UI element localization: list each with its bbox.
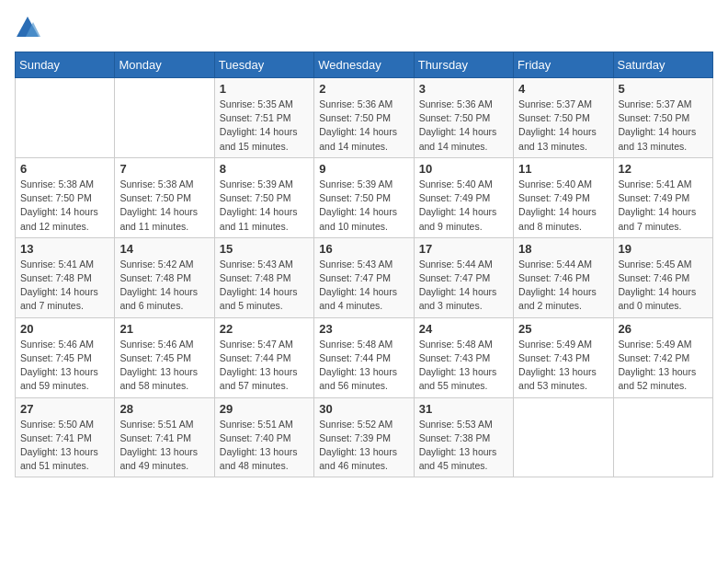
day-info: Sunrise: 5:40 AM Sunset: 7:49 PM Dayligh… (518, 178, 608, 234)
day-info: Sunrise: 5:37 AM Sunset: 7:50 PM Dayligh… (518, 98, 608, 154)
day-info: Sunrise: 5:44 AM Sunset: 7:46 PM Dayligh… (518, 258, 608, 314)
day-number: 5 (619, 82, 708, 96)
calendar-cell (514, 397, 613, 477)
day-number: 30 (319, 402, 408, 416)
day-number: 6 (20, 162, 109, 176)
day-info: Sunrise: 5:37 AM Sunset: 7:50 PM Dayligh… (619, 98, 708, 154)
calendar-cell (115, 78, 214, 158)
calendar-cell: 27Sunrise: 5:50 AM Sunset: 7:41 PM Dayli… (16, 397, 115, 477)
calendar-cell: 10Sunrise: 5:40 AM Sunset: 7:49 PM Dayli… (414, 157, 513, 237)
day-number: 31 (419, 402, 508, 416)
logo (15, 15, 44, 40)
calendar-cell: 16Sunrise: 5:43 AM Sunset: 7:47 PM Dayli… (314, 237, 414, 317)
day-number: 16 (319, 242, 408, 256)
day-info: Sunrise: 5:35 AM Sunset: 7:51 PM Dayligh… (220, 98, 309, 154)
day-number: 15 (220, 242, 309, 256)
day-info: Sunrise: 5:39 AM Sunset: 7:50 PM Dayligh… (220, 178, 309, 234)
day-info: Sunrise: 5:36 AM Sunset: 7:50 PM Dayligh… (419, 98, 508, 154)
day-info: Sunrise: 5:42 AM Sunset: 7:48 PM Dayligh… (119, 258, 209, 314)
day-info: Sunrise: 5:47 AM Sunset: 7:44 PM Dayligh… (220, 338, 309, 394)
calendar-cell: 29Sunrise: 5:51 AM Sunset: 7:40 PM Dayli… (214, 397, 313, 477)
calendar-cell: 12Sunrise: 5:41 AM Sunset: 7:49 PM Dayli… (613, 157, 712, 237)
day-number: 24 (419, 322, 508, 336)
week-row-3: 13Sunrise: 5:41 AM Sunset: 7:48 PM Dayli… (16, 237, 713, 317)
week-row-2: 6Sunrise: 5:38 AM Sunset: 7:50 PM Daylig… (16, 157, 713, 237)
day-info: Sunrise: 5:41 AM Sunset: 7:49 PM Dayligh… (619, 178, 708, 234)
day-info: Sunrise: 5:52 AM Sunset: 7:39 PM Dayligh… (319, 418, 408, 474)
day-number: 1 (220, 82, 309, 96)
day-number: 3 (419, 82, 508, 96)
day-info: Sunrise: 5:38 AM Sunset: 7:50 PM Dayligh… (20, 178, 109, 234)
day-header-monday: Monday (115, 52, 214, 78)
calendar-table: SundayMondayTuesdayWednesdayThursdayFrid… (15, 52, 713, 477)
calendar-cell: 26Sunrise: 5:49 AM Sunset: 7:42 PM Dayli… (613, 317, 712, 397)
day-info: Sunrise: 5:53 AM Sunset: 7:38 PM Dayligh… (419, 418, 508, 474)
day-info: Sunrise: 5:40 AM Sunset: 7:49 PM Dayligh… (419, 178, 508, 234)
calendar-cell: 3Sunrise: 5:36 AM Sunset: 7:50 PM Daylig… (414, 78, 513, 158)
day-number: 9 (319, 162, 408, 176)
day-info: Sunrise: 5:43 AM Sunset: 7:47 PM Dayligh… (319, 258, 408, 314)
page-header (15, 15, 713, 40)
calendar-cell: 19Sunrise: 5:45 AM Sunset: 7:46 PM Dayli… (613, 237, 712, 317)
calendar-cell: 2Sunrise: 5:36 AM Sunset: 7:50 PM Daylig… (314, 78, 414, 158)
day-number: 2 (319, 82, 408, 96)
day-info: Sunrise: 5:44 AM Sunset: 7:47 PM Dayligh… (419, 258, 508, 314)
day-number: 14 (119, 242, 209, 256)
day-header-sunday: Sunday (16, 52, 115, 78)
calendar-cell: 15Sunrise: 5:43 AM Sunset: 7:48 PM Dayli… (214, 237, 313, 317)
day-info: Sunrise: 5:49 AM Sunset: 7:42 PM Dayligh… (619, 338, 708, 394)
calendar-cell: 24Sunrise: 5:48 AM Sunset: 7:43 PM Dayli… (414, 317, 513, 397)
day-number: 17 (419, 242, 508, 256)
day-header-tuesday: Tuesday (214, 52, 313, 78)
day-number: 7 (119, 162, 209, 176)
week-row-1: 1Sunrise: 5:35 AM Sunset: 7:51 PM Daylig… (16, 78, 713, 158)
day-header-thursday: Thursday (414, 52, 513, 78)
day-number: 28 (119, 402, 209, 416)
day-number: 13 (20, 242, 109, 256)
day-number: 4 (518, 82, 608, 96)
day-number: 22 (220, 322, 309, 336)
calendar-cell: 1Sunrise: 5:35 AM Sunset: 7:51 PM Daylig… (214, 78, 313, 158)
calendar-cell: 17Sunrise: 5:44 AM Sunset: 7:47 PM Dayli… (414, 237, 513, 317)
calendar-header-row: SundayMondayTuesdayWednesdayThursdayFrid… (16, 52, 713, 78)
day-number: 27 (20, 402, 109, 416)
calendar-cell: 20Sunrise: 5:46 AM Sunset: 7:45 PM Dayli… (16, 317, 115, 397)
day-info: Sunrise: 5:51 AM Sunset: 7:41 PM Dayligh… (119, 418, 209, 474)
calendar-cell: 28Sunrise: 5:51 AM Sunset: 7:41 PM Dayli… (115, 397, 214, 477)
day-number: 25 (518, 322, 608, 336)
calendar-cell: 22Sunrise: 5:47 AM Sunset: 7:44 PM Dayli… (214, 317, 313, 397)
week-row-5: 27Sunrise: 5:50 AM Sunset: 7:41 PM Dayli… (16, 397, 713, 477)
day-info: Sunrise: 5:49 AM Sunset: 7:43 PM Dayligh… (518, 338, 608, 394)
day-info: Sunrise: 5:48 AM Sunset: 7:44 PM Dayligh… (319, 338, 408, 394)
day-number: 10 (419, 162, 508, 176)
day-info: Sunrise: 5:43 AM Sunset: 7:48 PM Dayligh… (220, 258, 309, 314)
day-info: Sunrise: 5:38 AM Sunset: 7:50 PM Dayligh… (119, 178, 209, 234)
day-number: 18 (518, 242, 608, 256)
day-number: 29 (220, 402, 309, 416)
calendar-cell: 6Sunrise: 5:38 AM Sunset: 7:50 PM Daylig… (16, 157, 115, 237)
day-number: 21 (119, 322, 209, 336)
calendar-cell (613, 397, 712, 477)
calendar-cell: 4Sunrise: 5:37 AM Sunset: 7:50 PM Daylig… (514, 78, 613, 158)
calendar-cell: 18Sunrise: 5:44 AM Sunset: 7:46 PM Dayli… (514, 237, 613, 317)
day-header-saturday: Saturday (613, 52, 712, 78)
calendar-cell: 9Sunrise: 5:39 AM Sunset: 7:50 PM Daylig… (314, 157, 414, 237)
day-info: Sunrise: 5:46 AM Sunset: 7:45 PM Dayligh… (119, 338, 209, 394)
day-number: 11 (518, 162, 608, 176)
calendar-cell: 11Sunrise: 5:40 AM Sunset: 7:49 PM Dayli… (514, 157, 613, 237)
calendar-cell: 31Sunrise: 5:53 AM Sunset: 7:38 PM Dayli… (414, 397, 513, 477)
day-info: Sunrise: 5:50 AM Sunset: 7:41 PM Dayligh… (20, 418, 109, 474)
day-number: 19 (619, 242, 708, 256)
day-info: Sunrise: 5:39 AM Sunset: 7:50 PM Dayligh… (319, 178, 408, 234)
day-number: 8 (220, 162, 309, 176)
day-info: Sunrise: 5:51 AM Sunset: 7:40 PM Dayligh… (220, 418, 309, 474)
logo-icon (15, 15, 40, 40)
calendar-cell: 30Sunrise: 5:52 AM Sunset: 7:39 PM Dayli… (314, 397, 414, 477)
calendar-cell: 21Sunrise: 5:46 AM Sunset: 7:45 PM Dayli… (115, 317, 214, 397)
calendar-cell: 5Sunrise: 5:37 AM Sunset: 7:50 PM Daylig… (613, 78, 712, 158)
day-info: Sunrise: 5:48 AM Sunset: 7:43 PM Dayligh… (419, 338, 508, 394)
calendar-cell: 7Sunrise: 5:38 AM Sunset: 7:50 PM Daylig… (115, 157, 214, 237)
day-info: Sunrise: 5:46 AM Sunset: 7:45 PM Dayligh… (20, 338, 109, 394)
calendar-cell (16, 78, 115, 158)
calendar-cell: 13Sunrise: 5:41 AM Sunset: 7:48 PM Dayli… (16, 237, 115, 317)
